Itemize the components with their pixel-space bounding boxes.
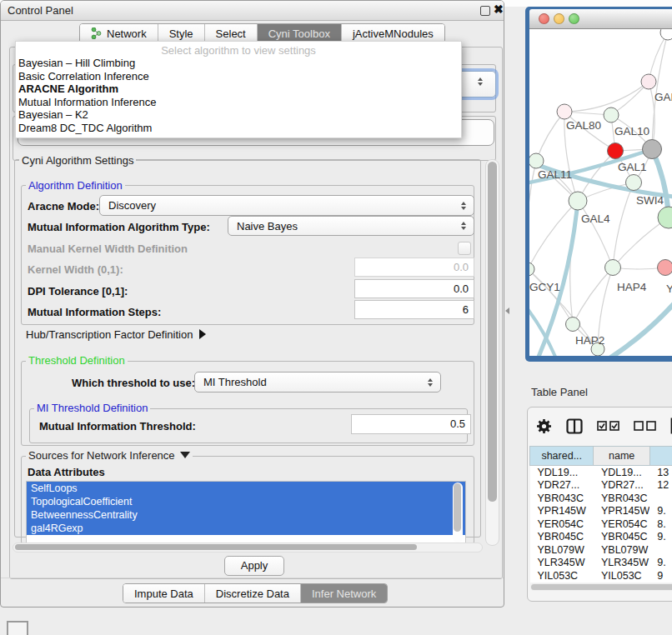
cell-name: YDR27... [594, 479, 649, 492]
table-row[interactable]: YDR27... YDR27... 12 [530, 479, 672, 492]
dropdown-item[interactable]: Bayesian – K2 [16, 108, 461, 122]
settings-vertical-scrollbar[interactable] [485, 159, 499, 546]
dropdown-item[interactable]: Dream8 DC_TDC Algorithm [16, 122, 461, 135]
network-node-gray[interactable] [643, 140, 662, 159]
table-row[interactable]: YBR043C YBR043C [530, 492, 672, 505]
table-row[interactable]: YPR145W YPR145W 9. [530, 505, 672, 518]
network-edge[interactable] [536, 112, 564, 161]
float-window-icon[interactable] [480, 6, 490, 16]
mi-steps-field[interactable]: 6 [354, 300, 474, 319]
tab-discretize-data[interactable]: Discretize Data [205, 584, 301, 602]
aracne-mode-label: Aracne Mode: [28, 200, 99, 212]
node-attribute-table[interactable]: shared... name YDL19... YDL19... 13 [529, 446, 672, 582]
settings-gear-icon[interactable] [536, 418, 552, 434]
table-row[interactable]: YER054C YER054C 8. [530, 518, 672, 531]
manual-kernel-checkbox[interactable] [458, 242, 471, 255]
dropdown-item[interactable]: ARACNE Algorithm [16, 82, 461, 96]
table-row[interactable]: YIL053C YIL053C 9 [530, 569, 672, 582]
settings-horizontal-scrollbar[interactable] [13, 542, 483, 552]
tab-style[interactable]: Style [158, 24, 205, 42]
zoom-traffic-light[interactable] [569, 13, 579, 24]
hub-definition-expander[interactable]: Hub/Transcription Factor Definition [26, 328, 206, 341]
network-edge[interactable] [564, 82, 649, 112]
apply-button[interactable]: Apply [224, 556, 284, 576]
tab-infer-network[interactable]: Infer Network [301, 584, 387, 602]
cell-name: YBR045C [594, 531, 649, 544]
table-row[interactable]: YDL19... YDL19... 13 [530, 466, 672, 479]
sources-group-title[interactable]: Sources for Network Inference [26, 449, 193, 462]
table-row[interactable]: YLR345W YLR345W 9. [530, 557, 672, 570]
network-node-top[interactable] [660, 29, 672, 40]
kernel-width-field[interactable]: 0.0 [354, 258, 474, 277]
checked-pair-icon[interactable] [597, 421, 619, 431]
cell-shared-name: YBR043C [530, 492, 594, 505]
tab-network[interactable]: Network [80, 24, 158, 42]
tab-label: jActiveMNodules [353, 28, 434, 40]
network-node-y[interactable] [658, 260, 672, 276]
control-panel-titlebar[interactable]: Control Panel ✖ [1, 1, 504, 21]
network-node-swi4[interactable] [658, 207, 672, 228]
attribute-list-item[interactable]: SelfLoops [27, 482, 465, 495]
network-edge[interactable] [613, 182, 634, 268]
network-node-hap4[interactable] [605, 260, 621, 276]
tab-impute-data[interactable]: Impute Data [123, 584, 205, 602]
network-node-hap2[interactable] [566, 318, 580, 332]
settings-group-title: Cyni Algorithm Settings [19, 154, 136, 167]
network-node-gal80[interactable] [557, 104, 572, 119]
splitpane-collapse-arrow[interactable] [505, 308, 509, 314]
control-panel-window: Control Panel ✖ Network Style Se [0, 0, 504, 608]
data-attributes-list[interactable]: SelfLoops TopologicalCoefficient Between… [26, 481, 466, 546]
network-node-gal[interactable] [641, 74, 656, 89]
dropdown-item[interactable]: Mutual Information Inference [16, 96, 461, 109]
scrollbar-thumb[interactable] [454, 483, 461, 532]
tab-select[interactable]: Select [205, 24, 258, 42]
cell-name: YBL079W [594, 543, 649, 557]
network-node-gal4[interactable] [569, 192, 587, 210]
mi-threshold-field[interactable]: 0.5 [351, 414, 471, 434]
aracne-mode-combobox[interactable]: Discovery [99, 195, 474, 216]
unchecked-pair-icon[interactable] [634, 421, 656, 431]
dropdown-item[interactable]: Basic Correlation Inference [16, 70, 461, 83]
attribute-list-item[interactable]: BetweennessCentrality [27, 508, 465, 522]
dpi-tolerance-field[interactable]: 0.0 [354, 279, 474, 298]
node-label: GAL1 [618, 161, 647, 173]
floating-grip-box[interactable] [7, 621, 28, 635]
column-header-shared[interactable]: shared... [530, 447, 594, 466]
network-canvas[interactable]: GALGAL80GAL10GAL1SWI4GAL11GAL4GCY1HAP4YH… [529, 29, 672, 356]
scrollbar-thumb[interactable] [488, 162, 497, 502]
node-label: GAL4 [581, 212, 610, 225]
scrollbar-thumb[interactable] [15, 544, 417, 550]
dropdown-item-list: Bayesian – Hill Climbing Basic Correlati… [16, 57, 461, 135]
table-horizontal-scrollbar[interactable] [530, 583, 672, 591]
column-layout-icon[interactable] [566, 418, 583, 434]
list-vertical-scrollbar[interactable] [453, 482, 463, 542]
close-traffic-light[interactable] [539, 13, 549, 24]
tab-cyni-toolbox[interactable]: Cyni Toolbox [258, 24, 342, 42]
close-window-icon[interactable]: ✖ [494, 2, 504, 16]
network-node-red[interactable] [608, 143, 624, 159]
column-header-name[interactable]: name [594, 447, 649, 466]
minimize-traffic-light[interactable] [554, 13, 564, 24]
network-edge[interactable] [529, 161, 536, 269]
tab-label: Select [216, 28, 246, 40]
network-edge[interactable] [573, 268, 613, 324]
network-window-titlebar[interactable] [529, 9, 672, 29]
dropdown-item[interactable]: Bayesian – Hill Climbing [16, 57, 461, 70]
attribute-list-item[interactable]: TopologicalCoefficient [27, 495, 465, 508]
node-label: GAL11 [538, 168, 572, 181]
cell-value: 13 [649, 466, 672, 479]
combo-arrows-icon [474, 78, 490, 86]
table-row[interactable]: YBR045C YBR045C 9. [530, 531, 672, 544]
node-label: SWI4 [636, 194, 664, 207]
network-edge[interactable] [578, 201, 613, 268]
which-threshold-combobox[interactable]: MI Threshold [194, 372, 441, 392]
network-node-gal1[interactable] [626, 175, 642, 191]
table-row[interactable]: YBL079W YBL079W [530, 543, 672, 557]
network-node-gal11[interactable] [529, 153, 544, 168]
scrollbar-thumb[interactable] [531, 584, 672, 590]
mi-type-combobox[interactable]: Naive Bayes [228, 216, 474, 236]
network-node-gal10[interactable] [604, 108, 619, 122]
tab-jactivemnodules[interactable]: jActiveMNodules [342, 24, 444, 42]
column-header-clipped[interactable] [649, 447, 672, 466]
attribute-list-item[interactable]: gal4RGexp [27, 522, 465, 535]
